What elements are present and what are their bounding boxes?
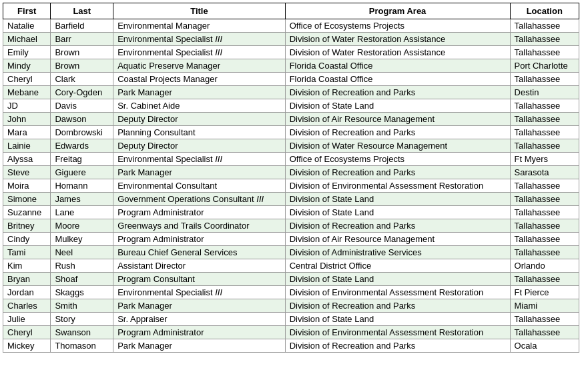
table-cell: Division of State Land [285,99,510,113]
table-cell: Tallahassee [510,33,579,46]
table-cell: Edwards [51,139,113,153]
table-row: CindyMulkeyProgram AdministratorDivision… [3,233,579,246]
table-row: KimRushAssistant DirectorCentral Distric… [3,259,579,273]
table-cell: Division of Air Resource Management [285,233,510,246]
table-cell: Orlando [510,259,579,273]
table-row: JulieStorySr. AppraiserDivision of State… [3,313,579,326]
table-cell: Simone [3,193,51,206]
table-cell: Division of State Land [285,313,510,326]
table-cell: Giguere [51,166,113,179]
table-cell: Steve [3,166,51,179]
table-cell: Jordan [3,286,51,299]
table-cell: Division of Recreation and Parks [285,166,510,179]
roman-numeral: III [215,287,222,297]
roman-numeral: III [256,194,264,204]
table-cell: Miami [510,299,579,313]
table-cell: Division of Recreation and Parks [285,219,510,233]
column-header-last: Last [51,3,113,19]
table-cell: Tallahassee [510,233,579,246]
table-row: MindyBrownAquatic Preserve ManagerFlorid… [3,59,579,73]
table-cell: Environmental Specialist III [113,153,285,166]
table-cell: Aquatic Preserve Manager [113,59,285,73]
table-cell: Natalie [3,19,51,33]
table-cell: Bureau Chief General Services [113,246,285,259]
table-cell: Tallahassee [510,219,579,233]
table-cell: Tallahassee [510,179,579,193]
table-cell: Office of Ecosystems Projects [285,19,510,33]
table-cell: Ocala [510,339,579,353]
table-cell: Charles [3,299,51,313]
table-cell: Division of State Land [285,206,510,219]
table-cell: Tallahassee [510,99,579,113]
table-row: SteveGiguerePark ManagerDivision of Recr… [3,166,579,179]
roman-numeral: III [215,47,222,57]
table-cell: Division of Environmental Assessment Res… [285,179,510,193]
table-cell: Britney [3,219,51,233]
table-cell: Division of Recreation and Parks [285,86,510,99]
table-cell: Ft Pierce [510,286,579,299]
table-cell: Suzanne [3,206,51,219]
table-cell: Barfield [51,19,113,33]
table-cell: Swanson [51,326,113,339]
table-cell: Greenways and Trails Coordinator [113,219,285,233]
table-row: MickeyThomasonPark ManagerDivision of Re… [3,339,579,353]
table-cell: Environmental Consultant [113,179,285,193]
table-cell: Tallahassee [510,273,579,286]
table-cell: Cheryl [3,73,51,86]
table-cell: Division of Air Resource Management [285,113,510,126]
table-cell: Division of Recreation and Parks [285,126,510,139]
table-cell: Tallahassee [510,313,579,326]
table-cell: Division of Water Restoration Assistance [285,33,510,46]
table-row: CherylSwansonProgram AdministratorDivisi… [3,326,579,339]
table-row: JDDavisSr. Cabinet AideDivision of State… [3,99,579,113]
table-cell: Mebane [3,86,51,99]
table-cell: Tami [3,246,51,259]
table-cell: Government Operations Consultant III [113,193,285,206]
table-cell: Story [51,313,113,326]
table-cell: Thomason [51,339,113,353]
table-cell: Sr. Appraiser [113,313,285,326]
table-cell: Mara [3,126,51,139]
table-cell: Cheryl [3,326,51,339]
table-cell: Environmental Specialist III [113,33,285,46]
table-cell: Tallahassee [510,126,579,139]
table-cell: Environmental Specialist III [113,286,285,299]
table-cell: Michael [3,33,51,46]
table-cell: Cindy [3,233,51,246]
column-header-location: Location [510,3,579,19]
table-cell: Mindy [3,59,51,73]
table-row: SuzanneLaneProgram AdministratorDivision… [3,206,579,219]
table-cell: Assistant Director [113,259,285,273]
table-cell: Division of Water Restoration Assistance [285,46,510,59]
table-row: MichaelBarrEnvironmental Specialist IIID… [3,33,579,46]
table-cell: Deputy Director [113,139,285,153]
table-cell: Division of Administrative Services [285,246,510,259]
table-cell: Tallahassee [510,73,579,86]
table-cell: Tallahassee [510,139,579,153]
table-cell: Sr. Cabinet Aide [113,99,285,113]
table-cell: Florida Coastal Office [285,73,510,86]
table-cell: Tallahassee [510,246,579,259]
table-cell: Park Manager [113,166,285,179]
table-cell: Program Administrator [113,233,285,246]
table-cell: Tallahassee [510,206,579,219]
table-cell: John [3,113,51,126]
table-cell: Division of State Land [285,273,510,286]
table-cell: Central District Office [285,259,510,273]
table-cell: Kim [3,259,51,273]
column-header-program area: Program Area [285,3,510,19]
table-cell: Homann [51,179,113,193]
table-cell: Mickey [3,339,51,353]
table-row: EmilyBrownEnvironmental Specialist IIIDi… [3,46,579,59]
table-cell: Brown [51,46,113,59]
table-cell: Program Administrator [113,206,285,219]
table-cell: JD [3,99,51,113]
table-cell: Sarasota [510,166,579,179]
table-cell: Emily [3,46,51,59]
table-cell: Destin [510,86,579,99]
table-cell: Division of Water Resource Management [285,139,510,153]
table-cell: Dawson [51,113,113,126]
table-cell: Planning Consultant [113,126,285,139]
table-row: JordanSkaggsEnvironmental Specialist III… [3,286,579,299]
column-header-title: Title [113,3,285,19]
